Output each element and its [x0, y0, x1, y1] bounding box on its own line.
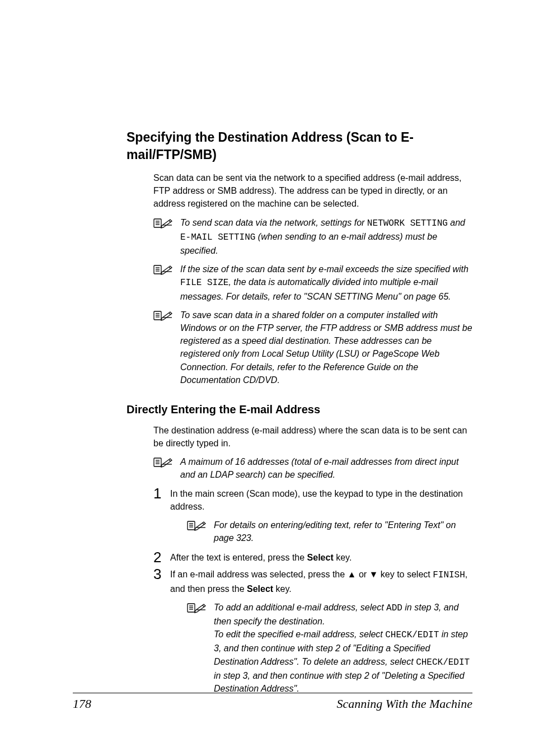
- code-text: FILE SIZE: [180, 278, 228, 288]
- main-content: Specifying the Destination Address (Scan…: [73, 129, 478, 698]
- subsection-heading: Directly Entering the E-mail Address: [127, 403, 472, 416]
- bold-text: Select: [247, 584, 273, 594]
- note-text: For details on entering/editing text, re…: [214, 519, 472, 544]
- note-block: A maimum of 16 addresses (total of e-mai…: [153, 455, 472, 481]
- section-body: Scan data can be sent via the network to…: [127, 171, 472, 386]
- text: If the size of the scan data sent by e-m…: [180, 264, 469, 274]
- page-number: 178: [73, 697, 91, 711]
- step-text: After the text is entered, press the Sel…: [170, 551, 472, 564]
- note-icon: [153, 217, 176, 228]
- step-item: 3 If an e-mail address was selected, pre…: [153, 568, 472, 698]
- note-block: If the size of the scan data sent by e-m…: [153, 263, 472, 303]
- step-item: 1 In the main screen (Scan mode), use th…: [153, 487, 472, 548]
- text: key.: [334, 553, 352, 562]
- note-icon: [187, 520, 209, 531]
- note-block: To send scan data via the network, setti…: [153, 216, 472, 258]
- footer-title: Scanning With the Machine: [336, 697, 472, 711]
- note-text: A maimum of 16 addresses (total of e-mai…: [180, 455, 472, 481]
- text: To add an additional e-mail address, sel…: [214, 603, 386, 612]
- code-text: E-MAIL SETTING: [180, 232, 255, 242]
- intro-paragraph: Scan data can be sent via the network to…: [153, 171, 472, 211]
- text: and: [448, 218, 465, 227]
- bold-text: Select: [307, 553, 334, 562]
- note-icon: [153, 456, 176, 468]
- note-text: To send scan data via the network, setti…: [180, 216, 472, 258]
- note-icon: [153, 310, 176, 321]
- note-text: If the size of the scan data sent by e-m…: [180, 263, 472, 303]
- page-footer: 178 Scanning With the Machine: [73, 693, 472, 711]
- step-list: 1 In the main screen (Scan mode), use th…: [153, 487, 472, 698]
- step-text: If an e-mail address was selected, press…: [170, 568, 472, 698]
- subintro-paragraph: The destination address (e-mail address)…: [153, 424, 472, 450]
- step-number: 3: [153, 567, 170, 581]
- text: To edit the specified e-mail address, se…: [214, 629, 385, 639]
- text: key.: [273, 584, 292, 594]
- step-number: 2: [153, 550, 170, 564]
- note-icon: [153, 264, 176, 275]
- step-item: 2 After the text is entered, press the S…: [153, 551, 472, 564]
- subsection-body: The destination address (e-mail address)…: [127, 424, 472, 698]
- code-text: FINISH: [433, 570, 465, 580]
- text: If an e-mail address was selected, press…: [170, 570, 433, 579]
- note-block: To save scan data in a shared folder on …: [153, 309, 472, 386]
- step-text: In the main screen (Scan mode), use the …: [170, 487, 472, 548]
- code-text: CHECK/EDIT: [385, 630, 439, 640]
- text: After the text is entered, press the: [170, 553, 307, 562]
- section-heading: Specifying the Destination Address (Scan…: [127, 129, 472, 164]
- note-text: To add an additional e-mail address, sel…: [214, 601, 472, 695]
- code-text: ADD: [386, 603, 402, 613]
- text: To send scan data via the network, setti…: [180, 218, 367, 227]
- note-text: To save scan data in a shared folder on …: [180, 309, 472, 386]
- code-text: NETWORK SETTING: [367, 218, 448, 228]
- document-page: Specifying the Destination Address (Scan…: [0, 0, 534, 756]
- code-text: CHECK/EDIT: [416, 657, 470, 668]
- note-icon: [187, 602, 209, 613]
- text: in step 3, and then continue with step 2…: [214, 671, 465, 693]
- note-block: To add an additional e-mail address, sel…: [187, 601, 472, 695]
- step-number: 1: [153, 486, 170, 501]
- note-block: For details on entering/editing text, re…: [187, 519, 472, 544]
- text: In the main screen (Scan mode), use the …: [170, 489, 463, 511]
